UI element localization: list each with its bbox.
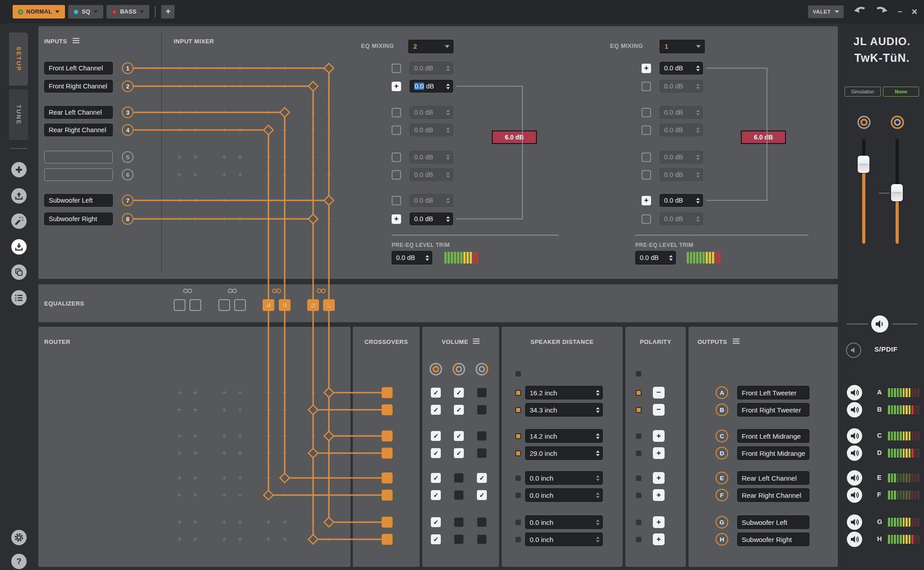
volume-knob-icon-2[interactable] (451, 361, 467, 379)
eq-mix-checkbox[interactable] (392, 196, 401, 205)
eq-gain-field[interactable]: 0.0 dB (660, 124, 703, 136)
channel-speaker-button[interactable] (847, 402, 862, 417)
volume-checkbox[interactable] (477, 517, 487, 527)
eq-link-gain-badge[interactable]: 6.0 dB (492, 130, 537, 144)
eq-mix-checkbox[interactable] (392, 153, 401, 162)
eq-gain-field[interactable]: 0.0 dB (410, 194, 453, 207)
left-level-slider-handle[interactable] (858, 156, 869, 173)
channel-speaker-button[interactable] (847, 514, 862, 530)
valet-dropdown[interactable]: VALET (808, 5, 844, 18)
undo-icon[interactable] (853, 5, 866, 19)
crossover-button[interactable] (381, 533, 393, 545)
equalizer-slot-3[interactable]: 3 (279, 299, 291, 311)
eq-gain-field[interactable]: 0.0 dB (410, 213, 453, 225)
volume-checkbox[interactable] (454, 534, 464, 544)
crossover-button[interactable] (381, 516, 393, 528)
right-level-slider-handle[interactable] (891, 184, 903, 201)
volume-knob-icon-3[interactable] (474, 361, 490, 379)
distance-field[interactable]: 29.0 inch (525, 446, 603, 460)
spinner-arrows[interactable] (596, 492, 600, 498)
help-icon[interactable]: ? (11, 554, 27, 569)
volume-checkbox[interactable] (454, 490, 464, 500)
input-name-field[interactable]: Subwoofer Right (44, 213, 113, 225)
input-name-field[interactable]: Rear Right Channel (44, 124, 113, 136)
volume-checkbox[interactable]: ✓ (431, 431, 441, 441)
equalizer-slot[interactable] (174, 299, 185, 311)
link-chain-icon[interactable] (272, 287, 281, 295)
volume-checkbox[interactable]: ✓ (477, 473, 487, 483)
tools-wrench-icon[interactable] (11, 213, 27, 229)
distance-field[interactable]: 0.0 inch (525, 515, 603, 529)
output-name-field[interactable]: Rear Right Channel (737, 488, 809, 502)
equalizer-slot[interactable] (234, 299, 246, 311)
eq-gain-field[interactable]: 0.0 dB (660, 213, 703, 225)
input-name-field-empty[interactable] (44, 151, 113, 163)
volume-checkbox[interactable]: ✓ (454, 431, 464, 441)
distance-field[interactable]: 34.3 inch (525, 403, 603, 417)
download-icon[interactable] (11, 239, 27, 255)
eq-mix-checkbox[interactable] (642, 108, 651, 117)
channel-speaker-button[interactable] (847, 470, 862, 486)
eq-gain-field[interactable]: 0.0 dB (410, 124, 453, 136)
crossover-button[interactable] (381, 472, 393, 484)
output-name-field[interactable]: Front Left Tweeter (737, 386, 809, 399)
spinner-arrows[interactable] (696, 198, 700, 204)
eq-mix-checkbox[interactable] (642, 214, 651, 224)
polarity-toggle-button[interactable]: + (653, 472, 665, 484)
spinner-arrows[interactable] (596, 450, 600, 456)
distance-field[interactable]: 0.0 inch (525, 471, 603, 485)
eq-mix-checkbox[interactable] (642, 125, 651, 135)
volume-checkbox[interactable]: ✓ (431, 490, 441, 500)
settings-gear-icon[interactable] (11, 530, 27, 545)
volume-checkbox[interactable]: ✓ (431, 448, 441, 458)
input-name-field-empty[interactable] (44, 168, 113, 181)
eq-gain-field[interactable]: 0.0 dB (660, 106, 703, 119)
spinner-arrows[interactable] (446, 83, 450, 89)
link-chain-icon[interactable] (317, 287, 326, 295)
eq-mix-checkbox[interactable] (392, 170, 401, 180)
eq-gain-field[interactable]: 0.0 dB (660, 62, 703, 74)
eq-gain-field[interactable]: 0.0 dB (410, 106, 453, 119)
eq-gain-field[interactable]: 0.0 dB (410, 62, 453, 74)
distance-field[interactable]: 0.0 inch (525, 488, 603, 502)
equalizer-slot-2[interactable]: 2 (307, 299, 319, 311)
polarity-toggle-button[interactable]: + (653, 447, 665, 459)
eq-mix-checkbox[interactable]: + (642, 196, 651, 205)
preset-tab-normal[interactable]: NORMAL (13, 5, 65, 19)
spinner-arrows[interactable] (669, 255, 673, 261)
tab-tune[interactable]: TUNE (9, 89, 28, 140)
left-knob-icon[interactable] (855, 114, 873, 133)
polarity-toggle-button[interactable]: + (653, 516, 665, 528)
spinner-arrows[interactable] (596, 475, 600, 481)
volume-checkbox[interactable] (477, 448, 487, 458)
eq-mix-checkbox[interactable]: + (642, 64, 651, 73)
minimize-button[interactable]: – (898, 7, 902, 16)
output-name-field[interactable]: Front Right Tweeter (737, 403, 809, 417)
spinner-arrows[interactable] (596, 390, 600, 396)
tab-setup[interactable]: SETUP (9, 32, 28, 86)
crossover-button[interactable] (381, 387, 393, 399)
eq-gain-field[interactable]: 0.0 dB (410, 168, 453, 181)
spinner-arrows[interactable] (696, 65, 700, 71)
equalizer-slot[interactable] (189, 299, 201, 311)
master-mute-speaker-icon[interactable] (871, 315, 888, 333)
distance-field[interactable]: 0.0 inch (525, 533, 603, 546)
eq-mix-checkbox[interactable] (642, 82, 651, 91)
eq-gain-field[interactable]: 0.0 dB (660, 168, 703, 181)
volume-checkbox[interactable] (454, 473, 464, 483)
list-icon[interactable] (11, 290, 27, 306)
polarity-toggle-button[interactable]: + (653, 489, 665, 501)
volume-checkbox[interactable] (477, 431, 487, 441)
none-button[interactable]: None (883, 87, 919, 97)
volume-checkbox[interactable]: ✓ (454, 388, 464, 398)
input-name-field[interactable]: Subwoofer Left (44, 194, 113, 207)
eq-gain-field[interactable]: 0.0 dB (660, 194, 703, 207)
equalizer-slot-1[interactable]: 1 (323, 299, 335, 311)
crossover-button[interactable] (381, 489, 393, 501)
spinner-arrows[interactable] (596, 407, 600, 413)
pre-eq-trim-field[interactable]: 0.0 dB (635, 251, 676, 264)
inputs-menu-icon[interactable] (73, 37, 79, 45)
channel-speaker-button[interactable] (847, 532, 862, 547)
crossover-button[interactable] (381, 404, 393, 416)
link-chain-icon[interactable] (228, 287, 237, 295)
